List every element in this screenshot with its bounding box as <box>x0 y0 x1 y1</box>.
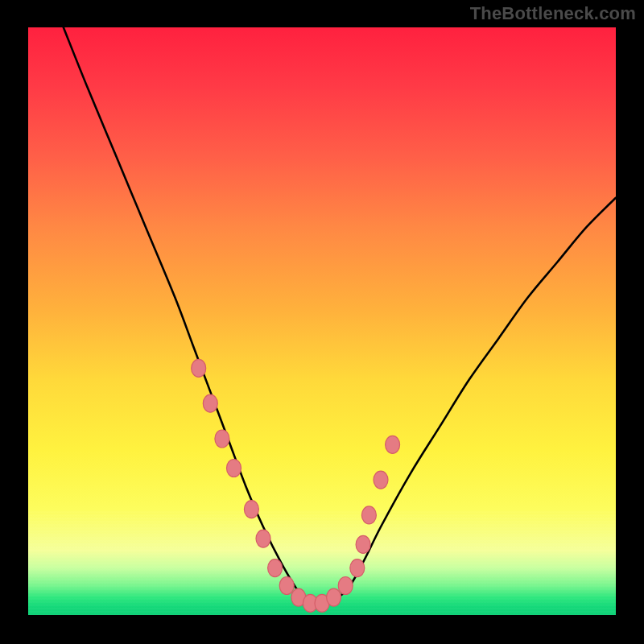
marker-point <box>256 530 270 547</box>
marker-point <box>374 471 388 489</box>
marker-point <box>268 559 283 577</box>
watermark-label: TheBottleneck.com <box>470 3 636 24</box>
chart-frame: TheBottleneck.com <box>0 0 644 644</box>
marker-point <box>338 577 353 595</box>
marker-point <box>327 588 341 606</box>
chart-svg <box>28 27 616 615</box>
marker-point <box>350 559 365 577</box>
bottleneck-curve <box>64 27 616 605</box>
marker-point <box>203 394 217 412</box>
sample-markers <box>192 359 400 612</box>
marker-point <box>227 460 242 477</box>
marker-point <box>192 359 206 377</box>
plot-area <box>28 27 616 615</box>
marker-point <box>356 535 370 553</box>
marker-point <box>244 501 258 518</box>
marker-point <box>215 430 229 448</box>
marker-point <box>386 436 400 453</box>
marker-point <box>361 506 376 524</box>
marker-point <box>279 577 294 595</box>
